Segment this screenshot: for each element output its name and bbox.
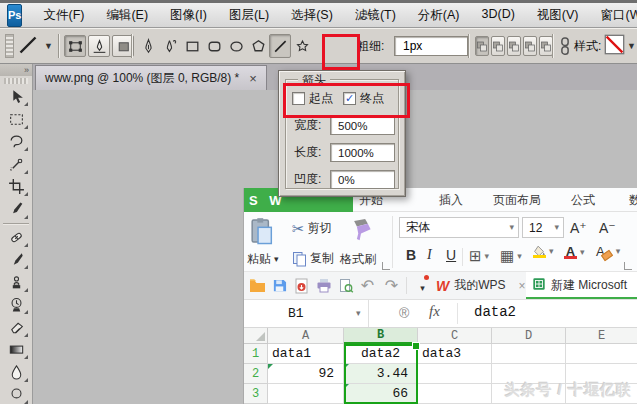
style-swatch-none-icon[interactable] [604, 34, 625, 58]
custom-shape-tool[interactable] [291, 34, 313, 58]
export-pdf-icon[interactable] [293, 277, 310, 294]
toolbox-collapse-button[interactable]: » [0, 64, 32, 76]
crop-tool[interactable] [3, 176, 29, 197]
column-header-C[interactable]: C [418, 328, 492, 344]
cut-button[interactable]: ✂ 剪切 [292, 220, 332, 237]
fx-icon[interactable]: fx [429, 303, 440, 320]
width-input[interactable]: 500% [330, 116, 395, 135]
rectangle-tool[interactable] [181, 34, 203, 58]
options-grip[interactable] [5, 34, 14, 58]
polygon-tool[interactable] [247, 34, 269, 58]
subtract-shape-button[interactable] [491, 36, 505, 56]
format-painter-icon[interactable] [350, 218, 372, 242]
row-header-2[interactable]: 2 [244, 364, 268, 384]
line-tool[interactable] [269, 34, 291, 58]
menu-item-3[interactable]: 图像(I) [159, 7, 218, 24]
paste-button[interactable]: 粘贴 [247, 251, 271, 268]
menu-item-2[interactable]: 编辑(E) [95, 7, 159, 24]
dodge-tool[interactable] [3, 384, 29, 404]
cell-B2[interactable]: 3.44 [344, 364, 418, 384]
intersect-shape-button[interactable] [507, 36, 521, 56]
cell-C2[interactable] [418, 364, 492, 384]
add-shape-button[interactable] [475, 36, 489, 56]
menu-item-5[interactable]: 选择(S) [280, 7, 344, 24]
menu-item-8[interactable]: 3D(D) [471, 7, 526, 24]
ribbon-tab-2[interactable]: 插入 [439, 188, 463, 212]
name-box[interactable]: B1 ▾ [244, 300, 369, 327]
rectangular-marquee-tool[interactable] [3, 109, 29, 130]
menu-item-4[interactable]: 图层(L) [218, 7, 280, 24]
row-header-1[interactable]: 1 [244, 344, 268, 364]
format-painter-button[interactable]: 格式刷 [340, 251, 376, 268]
font-dialog-launcher[interactable] [624, 262, 632, 270]
brush-tool[interactable] [3, 249, 29, 270]
name-box-caret-icon[interactable]: ▾ [356, 309, 361, 318]
paste-icon[interactable] [249, 217, 273, 245]
increase-font-button[interactable]: A⁺ [570, 220, 587, 236]
toolbox-grip[interactable] [4, 78, 28, 84]
tool-preset-caret-icon[interactable]: ▼ [44, 42, 53, 51]
pen-tool[interactable] [137, 34, 159, 58]
cell-B1[interactable]: data2 [344, 344, 418, 364]
row-header-3[interactable]: 3 [244, 384, 268, 404]
cell-E1[interactable] [566, 344, 637, 364]
style-caret-icon[interactable]: ▼ [627, 42, 636, 51]
column-header-B[interactable]: B [344, 328, 418, 344]
rounded-rectangle-tool[interactable] [203, 34, 225, 58]
font-color-button[interactable]: A ▾ [564, 245, 585, 259]
copy-button[interactable]: 复制 [292, 250, 334, 267]
lasso-tool[interactable] [3, 131, 29, 152]
column-header-A[interactable]: A [268, 328, 344, 344]
fill-color-button[interactable]: ▾ [532, 245, 554, 258]
line-weight-input[interactable] [394, 36, 468, 56]
clipboard-dialog-launcher[interactable] [382, 262, 390, 270]
clone-stamp-tool[interactable] [3, 272, 29, 293]
paste-caret-icon[interactable]: ▾ [274, 255, 279, 264]
menu-item-9[interactable]: 视图(V) [526, 7, 590, 24]
quickbar-customize-caret-icon[interactable]: ▾ [414, 277, 431, 294]
ellipse-tool[interactable] [225, 34, 247, 58]
select-all-corner[interactable] [244, 328, 268, 344]
column-header-D[interactable]: D [492, 328, 566, 344]
end-checkbox[interactable]: ✓ [343, 92, 356, 105]
link-style-icon[interactable] [558, 36, 572, 56]
combine-shape-button[interactable] [539, 36, 553, 56]
clear-format-button[interactable]: A ▾ [596, 245, 620, 258]
ribbon-tab-4[interactable]: 公式 [571, 188, 595, 212]
quick-selection-tool[interactable] [3, 154, 29, 175]
concavity-input[interactable]: 0% [330, 170, 395, 189]
save-icon[interactable] [271, 277, 288, 294]
cell-A1[interactable]: data1 [268, 344, 344, 364]
font-size-select[interactable]: 12▾ [522, 217, 564, 238]
paths-button[interactable] [88, 35, 110, 57]
formula-bar-content[interactable]: data2 [474, 304, 516, 320]
gradient-tool[interactable] [3, 339, 29, 360]
line-tool-preset-icon[interactable] [16, 33, 40, 60]
print-preview-icon[interactable] [337, 277, 354, 294]
cell-C3[interactable] [418, 384, 492, 404]
exclude-shape-button[interactable] [523, 36, 537, 56]
shading-button[interactable]: ▦▾ [500, 247, 522, 265]
cell-A2[interactable]: 92 [268, 364, 344, 384]
cell-A3[interactable] [268, 384, 344, 404]
ribbon-tab-3[interactable]: 页面布局 [493, 188, 541, 212]
cell-C1[interactable]: data3 [418, 344, 492, 364]
length-input[interactable]: 1000% [330, 143, 395, 162]
move-tool[interactable] [3, 86, 29, 107]
ribbon-tab-5[interactable]: 数据 [629, 188, 637, 212]
eyedropper-tool[interactable] [3, 199, 29, 220]
menu-item-7[interactable]: 分析(A) [407, 7, 471, 24]
print-icon[interactable] [315, 277, 332, 294]
cell-B3[interactable]: 66 [344, 384, 418, 404]
document-tab[interactable]: www.png @ 100% (图层 0, RGB/8) * × [35, 65, 267, 90]
wps-doc-tab-2[interactable]: 新建 Microsoft [526, 272, 637, 299]
underline-button[interactable]: U [446, 247, 456, 263]
redo-icon[interactable]: ↷ [383, 277, 400, 294]
undo-icon[interactable]: ↶ [359, 277, 376, 294]
menu-item-6[interactable]: 滤镜(T) [344, 7, 407, 24]
freeform-pen-tool[interactable] [159, 34, 181, 58]
cell-D1[interactable] [492, 344, 566, 364]
eraser-tool[interactable] [3, 317, 29, 338]
wps-doc-tab-1[interactable]: W我的WPS× [430, 272, 530, 299]
start-checkbox[interactable] [292, 92, 305, 105]
